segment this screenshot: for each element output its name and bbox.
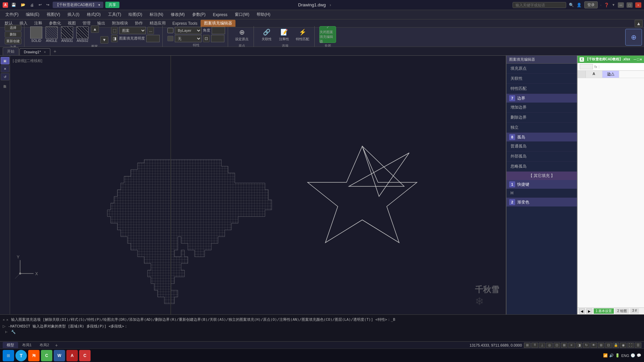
pattern-scroll-down[interactable]: ▼ (100, 36, 108, 44)
snap-icon[interactable]: ⠿ (531, 343, 538, 348)
panel-item-ignore-island[interactable]: 忽略孤岛 (506, 162, 577, 172)
quick-open-btn[interactable]: 📂 (19, 2, 27, 8)
pattern-scroll-up[interactable]: ▲ (91, 25, 99, 33)
close-button[interactable]: × (635, 2, 641, 8)
taskbar-taobao[interactable]: 淘 (28, 350, 40, 361)
search-icon[interactable]: 🔍 (569, 3, 574, 7)
cmd-close-btn[interactable]: × (3, 318, 5, 322)
pattern-angle[interactable]: ANGLE (45, 25, 59, 44)
panel-section-shortcut[interactable]: 1 快捷键 (506, 180, 577, 189)
quick-save-btn[interactable]: 💾 (10, 2, 17, 8)
annotmon-icon[interactable]: 👁 (590, 343, 597, 348)
menu-view[interactable]: 视图(V) (43, 11, 63, 18)
scale-input[interactable]: 25 (211, 35, 224, 42)
bottom-tab-layout1[interactable]: 布局1 (18, 342, 36, 348)
select-btn[interactable]: 选择 (5, 25, 21, 31)
workspace-icon[interactable]: ⊡ (605, 343, 612, 348)
panel-item-match-prop[interactable]: 特性匹配 (506, 84, 577, 94)
angle-input[interactable]: 0 (212, 27, 225, 34)
cmd-x-btn[interactable]: × (6, 318, 8, 322)
grid-icon[interactable]: ⊞ (524, 343, 531, 348)
login-button[interactable]: 登录 (584, 1, 598, 8)
menu-param[interactable]: 参数(P) (189, 11, 209, 18)
panel-section-gradient[interactable]: 2 渐变色 (506, 198, 577, 206)
quick-print-btn[interactable]: 🖨 (29, 2, 35, 8)
maximize-button[interactable]: □ (627, 2, 633, 8)
transparency-status-icon[interactable]: ◨ (576, 343, 582, 348)
menu-help[interactable]: 帮助(H) (253, 11, 274, 18)
pattern-solid[interactable]: SOLID (29, 25, 43, 44)
match-prop-btn[interactable]: ⚡ 特性匹配 (293, 26, 312, 43)
panel-item-outer-island[interactable]: 外部孤岛 (506, 152, 577, 162)
menu-edit[interactable]: 编辑(E) (22, 11, 43, 18)
recreate-tool-btn[interactable]: ↺ (1, 73, 9, 80)
customize-icon[interactable]: ☰ (635, 343, 641, 348)
layer-color-swatch[interactable] (167, 28, 173, 33)
set-origin-btn[interactable]: ⊕ 设定原点 (233, 26, 251, 43)
quick-undo-btn[interactable]: ↩ (37, 2, 43, 8)
menu-format[interactable]: 格式(O) (84, 11, 104, 18)
excel-tab-draw[interactable]: 2 绘图 (615, 308, 629, 314)
tab-express-tools[interactable]: Express Tools (169, 20, 201, 26)
pattern-ansi31[interactable]: ANSI31 (60, 25, 74, 44)
taskbar-c1[interactable]: C (41, 350, 52, 361)
bottom-tab-add[interactable]: + (53, 342, 60, 349)
panel-item-add-boundary[interactable]: 增加边界 (506, 103, 577, 113)
bottom-tab-model[interactable]: 模型 (3, 342, 18, 348)
panel-section-boundary[interactable]: 7 边界 (506, 94, 577, 103)
menu-insert[interactable]: 插入(I) (64, 11, 83, 18)
quick-redo-btn[interactable]: ↪ (45, 2, 51, 8)
pattern-select[interactable]: 图案 (119, 27, 146, 34)
tray-network[interactable]: 📶 (603, 353, 608, 358)
taskbar-start[interactable]: ⊞ (3, 350, 14, 361)
ribbon-collapse-btn[interactable]: ▲ (635, 20, 643, 27)
osnap-icon[interactable]: ⊡ (553, 343, 560, 348)
help-icon[interactable]: ❓ (604, 3, 609, 7)
menu-modify[interactable]: 修改(M) (167, 11, 188, 18)
annotate-btn[interactable]: 📝 注释性 (276, 26, 292, 43)
panel-item-associate[interactable]: 关联性 (506, 74, 577, 84)
taskbar-tencent[interactable]: T (15, 350, 27, 361)
menu-window[interactable]: 窗口(W) (231, 11, 253, 18)
drawing-canvas[interactable]: Y X (10, 56, 506, 314)
excel-next-btn[interactable]: ▶ (586, 308, 592, 314)
taskbar-autocad[interactable]: A (66, 350, 78, 361)
panel-item-independent[interactable]: 独立 (506, 123, 577, 133)
tab-start[interactable]: 开始 (3, 47, 19, 55)
color-select[interactable]: 无 (175, 35, 202, 42)
excel-min-btn[interactable]: ─ (634, 57, 636, 61)
associate-btn[interactable]: 🔗 关联性 (259, 26, 275, 43)
pattern-ansi32[interactable]: ANSI32 (75, 25, 90, 44)
autoscale-icon[interactable]: ⊞ (598, 343, 604, 348)
select-tool-btn[interactable]: ▣ (1, 57, 9, 64)
minimize-button[interactable]: ─ (618, 2, 624, 8)
pattern-type-btn[interactable]: ⬚ (111, 27, 118, 34)
panel-item-fill-origin[interactable]: 填充原点 (506, 64, 577, 74)
excel-prev-btn[interactable]: ◀ (579, 308, 585, 314)
panel-item-h[interactable]: H (506, 189, 577, 198)
panel-item-remove-boundary[interactable]: 删除边界 (506, 113, 577, 123)
pattern-browse-btn[interactable]: ... (147, 27, 154, 34)
tab-drawing1[interactable]: Drawing1* × (19, 48, 50, 55)
close-hatch-editor-btn[interactable]: ✓ 关闭图案填充编辑器 (319, 26, 336, 43)
isolate-icon[interactable]: ◉ (620, 343, 627, 348)
layer-select[interactable]: ByLayer (175, 27, 202, 34)
tray-notification[interactable]: 💬 (637, 353, 641, 358)
excel-tab-3[interactable]: 3 # (630, 308, 639, 314)
menu-file[interactable]: 文件(F) (2, 11, 22, 18)
select-cycle-icon[interactable]: ↻ (583, 343, 590, 348)
polar-icon[interactable]: ◎ (546, 343, 553, 348)
recreate-btn[interactable]: 重新创建 (5, 38, 21, 44)
tutorial-dropdown[interactable]: 【千秋雪老师CAD教程】 ▼ (53, 2, 103, 8)
share-button[interactable]: 共享 (105, 2, 119, 8)
tray-volume[interactable]: 🔊 (609, 353, 614, 358)
excel-cell-ref[interactable]: B171 (580, 64, 593, 69)
panel-section-island[interactable]: 8 孤岛 (506, 133, 577, 141)
erase-tool-btn[interactable]: ✕ (1, 65, 9, 72)
panel-item-normal-island[interactable]: 普通孤岛 (506, 141, 577, 152)
delete-btn[interactable]: 删除 (5, 32, 21, 38)
menu-tools[interactable]: 工具(T) (105, 11, 124, 18)
excel-max-btn[interactable]: □ (637, 57, 639, 61)
search-input[interactable] (513, 2, 566, 8)
menu-draw[interactable]: 绘图(D) (125, 11, 146, 18)
